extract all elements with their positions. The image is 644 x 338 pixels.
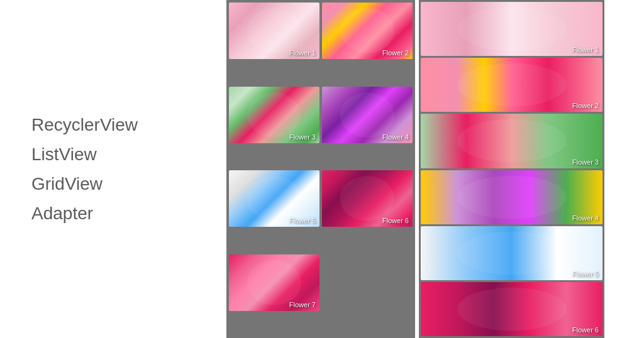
sidebar: RecyclerView ListView GridView Adapter [0,0,226,338]
sidebar-item-listview[interactable]: ListView [31,142,226,166]
grid-item-4[interactable]: Flower 4 [322,87,413,143]
list-item-2-label: Flower 2 [572,102,599,109]
list-item-3[interactable]: Flower 3 [421,114,602,168]
grid-item-6[interactable]: Flower 6 [322,170,413,227]
grid-item-5-label: Flower 5 [289,217,316,224]
grid-item-6-label: Flower 6 [382,217,409,224]
grid-item-4-label: Flower 4 [382,133,409,141]
grid-item-3-label: Flower 3 [289,133,316,141]
grid-item-5[interactable]: Flower 5 [229,170,319,227]
grid-item-1[interactable]: Flower 1 [229,3,319,59]
sidebar-item-adapter[interactable]: Adapter [31,201,226,226]
grid-view-panel: Flower 1 Flower 2 Flower 3 Flower 4 Flow… [226,0,415,338]
sidebar-item-gridview[interactable]: GridView [31,172,226,196]
list-item-3-label: Flower 3 [572,158,599,166]
grid-item-2-label: Flower 2 [382,49,409,57]
grid-item-7[interactable]: Flower 7 [229,254,319,311]
sidebar-item-recyclerview[interactable]: RecyclerView [31,112,226,137]
list-item-1-label: Flower 1 [572,46,599,53]
list-item-6[interactable]: Flower 6 [421,282,602,336]
list-item-4-label: Flower 4 [572,214,599,222]
grid-item-7-label: Flower 7 [289,301,316,308]
list-item-5[interactable]: Flower 5 [421,226,602,280]
grid-item-2[interactable]: Flower 2 [322,3,413,59]
grid-item-3[interactable]: Flower 3 [229,87,319,143]
grid-item-1-label: Flower 1 [289,49,316,57]
list-item-4[interactable]: Flower 4 [421,170,602,224]
list-item-6-label: Flower 6 [572,326,599,334]
list-item-2[interactable]: Flower 2 [421,58,602,112]
list-view-panel: Flower 1 Flower 2 Flower 3 Flower 4 Flow… [419,0,604,338]
list-item-5-label: Flower 5 [572,270,599,278]
list-item-1[interactable]: Flower 1 [421,2,602,56]
